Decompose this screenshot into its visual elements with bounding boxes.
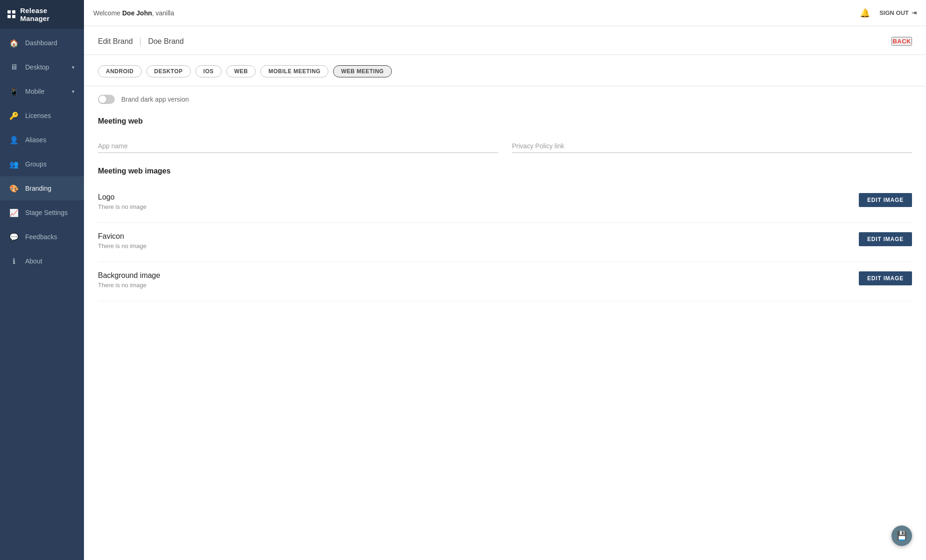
edit-brand-label: Edit Brand xyxy=(98,37,133,46)
tab-mobile-meeting[interactable]: MOBILE MEETING xyxy=(260,65,328,77)
image-row-background: Background image There is no image EDIT … xyxy=(98,262,912,301)
image-info-logo: Logo There is no image xyxy=(98,193,146,210)
image-subtitle-logo: There is no image xyxy=(98,203,146,210)
licenses-icon: 🔑 xyxy=(9,111,19,120)
sidebar-item-desktop[interactable]: 🖥 Desktop ▾ xyxy=(0,55,84,79)
about-icon: ℹ xyxy=(9,256,19,266)
tab-desktop[interactable]: DESKTOP xyxy=(146,65,191,77)
sidebar-item-label-branding: Branding xyxy=(25,185,75,192)
branding-icon: 🎨 xyxy=(9,184,19,193)
sidebar-item-label-dashboard: Dashboard xyxy=(25,39,75,47)
image-title-background: Background image xyxy=(98,271,160,280)
sign-out-button[interactable]: SIGN OUT ⇥ xyxy=(879,9,917,16)
image-info-background: Background image There is no image xyxy=(98,271,160,289)
welcome-prefix: Welcome xyxy=(93,9,122,17)
page-card: Edit Brand | Doe Brand BACK ANDROIDDESKT… xyxy=(84,26,926,560)
sidebar-nav: 🏠 Dashboard 🖥 Desktop ▾ 📱 Mobile ▾ 🔑 Lic… xyxy=(0,29,84,560)
sidebar-item-label-groups: Groups xyxy=(25,160,75,168)
sidebar-item-label-about: About xyxy=(25,257,75,265)
page-header-left: Edit Brand | Doe Brand xyxy=(98,36,184,46)
meeting-web-section: Meeting web xyxy=(84,112,926,125)
dashboard-icon: 🏠 xyxy=(9,38,19,48)
sign-out-icon: ⇥ xyxy=(912,9,917,16)
sidebar-item-aliases[interactable]: 👤 Aliases xyxy=(0,128,84,152)
image-row-header-favicon: Favicon There is no image EDIT IMAGE xyxy=(98,232,912,249)
sidebar-item-label-licenses: Licenses xyxy=(25,112,75,119)
tabs-row: ANDROIDDESKTOPIOSWEBMOBILE MEETINGWEB ME… xyxy=(84,55,926,86)
privacy-policy-input[interactable] xyxy=(512,139,912,153)
fields-row xyxy=(84,135,926,162)
save-fab[interactable]: 💾 xyxy=(891,525,912,546)
images-list: Logo There is no image EDIT IMAGE Favico… xyxy=(98,184,912,301)
header-divider: | xyxy=(139,36,142,46)
desktop-icon: 🖥 xyxy=(9,62,19,72)
feedbacks-icon: 💬 xyxy=(9,232,19,242)
save-fab-icon: 💾 xyxy=(897,531,907,541)
aliases-icon: 👤 xyxy=(9,135,19,145)
page-header: Edit Brand | Doe Brand BACK xyxy=(84,26,926,55)
sidebar-item-label-mobile: Mobile xyxy=(25,88,65,95)
image-title-favicon: Favicon xyxy=(98,232,146,241)
app-grid-icon xyxy=(7,10,15,19)
app-name-input[interactable] xyxy=(98,139,498,153)
sidebar-item-about[interactable]: ℹ About xyxy=(0,249,84,273)
dark-mode-toggle[interactable] xyxy=(98,95,115,104)
sidebar-item-label-stage-settings: Stage Settings xyxy=(25,209,75,216)
topbar-actions: 🔔 SIGN OUT ⇥ xyxy=(860,8,917,18)
sidebar-item-label-aliases: Aliases xyxy=(25,136,75,144)
sidebar-item-label-feedbacks: Feedbacks xyxy=(25,233,75,241)
username: Doe John xyxy=(122,9,152,17)
privacy-policy-field-group xyxy=(512,139,912,153)
flavor: vanilla xyxy=(156,9,174,17)
stage-settings-icon: 📈 xyxy=(9,208,19,217)
image-subtitle-background: There is no image xyxy=(98,282,160,289)
image-row-logo: Logo There is no image EDIT IMAGE xyxy=(98,184,912,223)
chevron-icon-mobile: ▾ xyxy=(72,89,75,95)
sign-out-label: SIGN OUT xyxy=(879,9,909,16)
brand-name: Doe Brand xyxy=(148,37,184,46)
sidebar-item-dashboard[interactable]: 🏠 Dashboard xyxy=(0,31,84,55)
sidebar-item-label-desktop: Desktop xyxy=(25,63,65,71)
sidebar-item-stage-settings[interactable]: 📈 Stage Settings xyxy=(0,200,84,225)
main-content: Edit Brand | Doe Brand BACK ANDROIDDESKT… xyxy=(84,26,926,560)
edit-image-btn-background[interactable]: EDIT IMAGE xyxy=(859,271,912,285)
image-row-header-background: Background image There is no image EDIT … xyxy=(98,271,912,289)
notification-bell-icon[interactable]: 🔔 xyxy=(860,8,870,18)
tab-web[interactable]: WEB xyxy=(226,65,256,77)
images-section: Meeting web images Logo There is no imag… xyxy=(84,162,926,315)
edit-image-btn-logo[interactable]: EDIT IMAGE xyxy=(859,193,912,207)
topbar: Welcome Doe John, vanilla 🔔 SIGN OUT ⇥ xyxy=(84,0,926,26)
sidebar: Release Manager 🏠 Dashboard 🖥 Desktop ▾ … xyxy=(0,0,84,560)
app-name-field-group xyxy=(98,139,498,153)
sidebar-item-mobile[interactable]: 📱 Mobile ▾ xyxy=(0,79,84,104)
image-title-logo: Logo xyxy=(98,193,146,201)
toggle-row: Brand dark app version xyxy=(84,86,926,112)
app-title: Release Manager xyxy=(20,7,77,22)
images-section-title: Meeting web images xyxy=(98,167,912,175)
sidebar-item-feedbacks[interactable]: 💬 Feedbacks xyxy=(0,225,84,249)
sidebar-item-licenses[interactable]: 🔑 Licenses xyxy=(0,104,84,128)
chevron-icon-desktop: ▾ xyxy=(72,64,75,70)
sidebar-item-branding[interactable]: 🎨 Branding xyxy=(0,176,84,200)
image-row-header-logo: Logo There is no image EDIT IMAGE xyxy=(98,193,912,210)
sidebar-item-groups[interactable]: 👥 Groups xyxy=(0,152,84,176)
tab-ios[interactable]: IOS xyxy=(195,65,222,77)
back-button[interactable]: BACK xyxy=(891,37,912,46)
tab-android[interactable]: ANDROID xyxy=(98,65,142,77)
image-subtitle-favicon: There is no image xyxy=(98,242,146,249)
toggle-label: Brand dark app version xyxy=(121,96,189,103)
groups-icon: 👥 xyxy=(9,159,19,169)
image-info-favicon: Favicon There is no image xyxy=(98,232,146,249)
meeting-web-title: Meeting web xyxy=(98,117,912,125)
edit-image-btn-favicon[interactable]: EDIT IMAGE xyxy=(859,232,912,246)
topbar-welcome: Welcome Doe John, vanilla xyxy=(93,9,860,17)
mobile-icon: 📱 xyxy=(9,87,19,96)
tab-web-meeting[interactable]: WEB MEETING xyxy=(333,65,392,77)
main-wrapper: Welcome Doe John, vanilla 🔔 SIGN OUT ⇥ E… xyxy=(84,0,926,560)
sidebar-header: Release Manager xyxy=(0,0,84,29)
image-row-favicon: Favicon There is no image EDIT IMAGE xyxy=(98,223,912,262)
